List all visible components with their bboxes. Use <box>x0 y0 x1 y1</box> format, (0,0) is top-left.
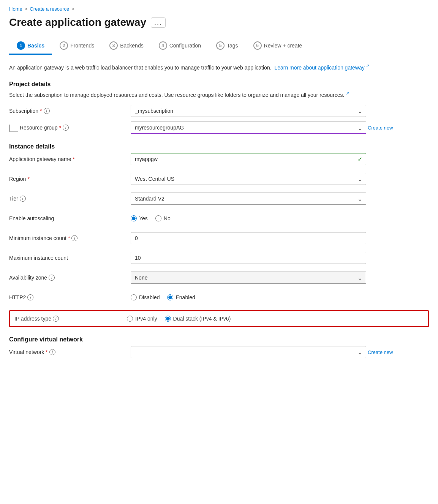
autoscaling-no-radio[interactable] <box>155 215 161 221</box>
app-gateway-name-input-wrapper: ✓ <box>131 153 366 165</box>
subscription-select[interactable]: _mysubscription <box>131 105 366 117</box>
autoscaling-yes-option[interactable]: Yes <box>131 215 148 221</box>
ip-address-radio-group: IPv4 only Dual stack (IPv4 & IPv6) <box>127 316 424 322</box>
project-details-title: Project details <box>9 81 429 88</box>
tier-info-icon[interactable]: i <box>20 196 26 202</box>
app-gateway-name-row: Application gateway name * ✓ <box>9 152 429 166</box>
resource-group-info-icon[interactable]: i <box>63 125 69 131</box>
resource-group-select[interactable]: myresourcegroupAG <box>131 122 366 134</box>
dual-stack-radio[interactable] <box>165 316 171 322</box>
http2-disabled-label: Disabled <box>139 294 160 300</box>
http2-row: HTTP2 i Disabled Enabled <box>9 291 429 304</box>
vnet-required: * <box>46 349 47 355</box>
tab-review-number: 6 <box>253 41 262 50</box>
autoscaling-no-label: No <box>164 215 171 221</box>
subscription-control: _mysubscription <box>131 105 429 117</box>
region-row: Region * West Central US <box>9 172 429 186</box>
min-instance-required: * <box>68 235 70 241</box>
tab-frontends-label: Frontends <box>70 43 94 49</box>
page-title-row: Create application gateway ... <box>9 16 429 28</box>
tier-row: Tier i Standard V2 <box>9 192 429 205</box>
http2-label: HTTP2 i <box>9 294 131 300</box>
ip-address-control: IPv4 only Dual stack (IPv4 & IPv6) <box>127 316 424 322</box>
region-label: Region * <box>9 176 131 182</box>
region-control: West Central US <box>131 173 429 185</box>
vnet-info-icon[interactable]: i <box>49 349 55 355</box>
resource-group-label: Resource group * i <box>20 122 131 131</box>
tab-tags-label: Tags <box>227 43 238 49</box>
http2-enabled-radio[interactable] <box>167 294 173 300</box>
vnet-create-new[interactable]: Create new <box>368 349 393 355</box>
tab-frontends-number: 2 <box>60 41 68 50</box>
subscription-required: * <box>40 108 42 114</box>
learn-more-link[interactable]: Learn more about application gateway ↗ <box>274 65 369 71</box>
resource-group-create-new[interactable]: Create new <box>368 125 393 131</box>
valid-check-icon: ✓ <box>357 156 362 163</box>
subscription-info-icon[interactable]: i <box>44 108 50 114</box>
dual-stack-option[interactable]: Dual stack (IPv4 & IPv6) <box>165 316 231 322</box>
ip-address-label: IP address type i <box>14 316 127 322</box>
project-details-desc: Select the subscription to manage deploy… <box>9 90 429 99</box>
page-title: Create application gateway <box>9 16 146 28</box>
tab-tags-number: 5 <box>216 41 225 50</box>
breadcrumb-sep1: > <box>25 6 28 12</box>
vnet-row: Virtual network * i Create new <box>9 345 429 359</box>
tab-configuration[interactable]: 4 Configuration <box>151 38 209 55</box>
ipv4-only-option[interactable]: IPv4 only <box>127 316 157 322</box>
min-instance-label: Minimum instance count * i <box>9 235 131 241</box>
tier-select[interactable]: Standard V2 <box>131 193 366 205</box>
region-select-wrapper: West Central US <box>131 173 366 185</box>
min-instance-info-icon[interactable]: i <box>71 235 77 241</box>
min-instance-control <box>131 232 429 244</box>
tab-backends-label: Backends <box>120 43 143 49</box>
vnet-select[interactable] <box>131 346 366 358</box>
ip-address-info-icon[interactable]: i <box>53 316 59 322</box>
http2-control: Disabled Enabled <box>131 294 429 300</box>
max-instance-input[interactable] <box>131 252 366 264</box>
min-instance-input[interactable] <box>131 232 366 244</box>
http2-radio-group: Disabled Enabled <box>131 294 429 300</box>
max-instance-control <box>131 252 429 264</box>
tier-select-wrapper: Standard V2 <box>131 193 366 205</box>
breadcrumb-home[interactable]: Home <box>9 6 22 12</box>
tab-backends-number: 3 <box>109 41 118 50</box>
instance-details-title: Instance details <box>9 143 429 150</box>
availability-zone-info-icon[interactable]: i <box>49 275 55 281</box>
autoscaling-row: Enable autoscaling Yes No <box>9 212 429 225</box>
main-description: An application gateway is a web traffic … <box>9 63 429 72</box>
availability-zone-select[interactable]: None <box>131 272 366 284</box>
tab-tags[interactable]: 5 Tags <box>209 38 246 55</box>
tab-review-label: Review + create <box>264 43 302 49</box>
ellipsis-button[interactable]: ... <box>151 17 166 28</box>
tab-frontends[interactable]: 2 Frontends <box>52 38 102 55</box>
app-gateway-name-control: ✓ <box>131 153 429 165</box>
tab-review-create[interactable]: 6 Review + create <box>246 38 310 55</box>
tabs-container: 1 Basics 2 Frontends 3 Backends 4 Config… <box>9 38 429 55</box>
ipv4-only-label: IPv4 only <box>135 316 157 322</box>
app-gateway-name-label: Application gateway name * <box>9 156 131 162</box>
project-details-ext-icon: ↗ <box>346 91 349 95</box>
tab-basics[interactable]: 1 Basics <box>9 38 52 55</box>
tab-backends[interactable]: 3 Backends <box>102 38 151 55</box>
subscription-row: Subscription * i _mysubscription <box>9 105 429 117</box>
max-instance-row: Maximum instance count <box>9 251 429 265</box>
autoscaling-yes-radio[interactable] <box>131 215 137 221</box>
autoscaling-control: Yes No <box>131 215 429 221</box>
http2-enabled-option[interactable]: Enabled <box>167 294 195 300</box>
http2-disabled-option[interactable]: Disabled <box>131 294 160 300</box>
http2-disabled-radio[interactable] <box>131 294 137 300</box>
autoscaling-no-option[interactable]: No <box>155 215 171 221</box>
http2-info-icon[interactable]: i <box>27 294 33 300</box>
breadcrumb-create-resource[interactable]: Create a resource <box>30 6 69 12</box>
app-gateway-name-input[interactable] <box>131 153 366 165</box>
tier-label: Tier i <box>9 196 131 202</box>
min-instance-row: Minimum instance count * i <box>9 231 429 245</box>
tab-basics-label: Basics <box>27 43 44 49</box>
ipv4-only-radio[interactable] <box>127 316 133 322</box>
vnet-section-title: Configure virtual network <box>9 336 429 343</box>
http2-enabled-label: Enabled <box>176 294 195 300</box>
breadcrumb: Home > Create a resource > <box>9 6 429 12</box>
region-select[interactable]: West Central US <box>131 173 366 185</box>
vnet-label: Virtual network * i <box>9 349 131 355</box>
resource-group-required: * <box>59 125 61 131</box>
